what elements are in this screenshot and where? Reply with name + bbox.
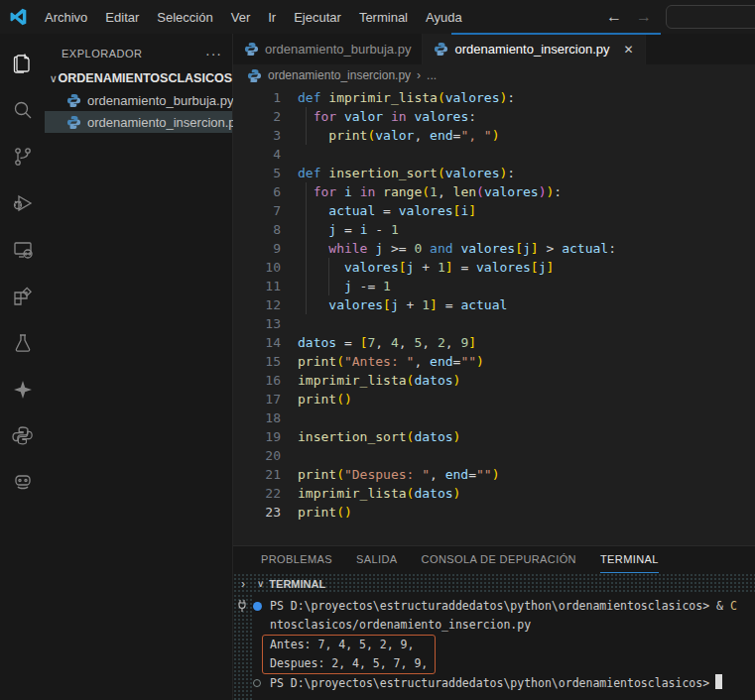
activitybar-testing-flask-button[interactable] xyxy=(0,319,45,366)
file-item[interactable]: ordenamiento_burbuja.py xyxy=(45,89,232,111)
editor-tab[interactable]: ordenamiento_insercion.py✕ xyxy=(423,34,645,64)
line-number: 18 xyxy=(233,408,281,427)
menu-ejecutar[interactable]: Ejecutar xyxy=(285,6,350,29)
panel-tab-problemas[interactable]: PROBLEMAS xyxy=(261,546,332,573)
code-line[interactable]: 19insertion_sort(datos) xyxy=(233,427,755,446)
activitybar-run-debug-button[interactable] xyxy=(0,179,45,226)
code-line[interactable]: 8 j = i - 1 xyxy=(233,220,755,239)
line-content: imprimir_lista(datos) xyxy=(298,371,460,390)
indent-guide xyxy=(306,107,307,126)
line-number: 6 xyxy=(233,182,281,201)
indent-guide xyxy=(306,182,307,201)
panel-tab-salida[interactable]: SALIDA xyxy=(356,546,398,573)
code-line[interactable]: 5def insertion_sort(valores): xyxy=(233,164,755,182)
code-line[interactable]: 11 j -= 1 xyxy=(233,277,755,295)
menu-selección[interactable]: Selección xyxy=(148,6,221,29)
code-line[interactable]: 15print("Antes: ", end="") xyxy=(233,352,755,371)
code-line[interactable]: 9 while j >= 0 and valores[j] > actual: xyxy=(233,239,755,258)
panel-collapse-chevron-icon[interactable]: › xyxy=(241,577,245,591)
line-content: print() xyxy=(298,390,352,408)
close-tab-icon[interactable]: ✕ xyxy=(624,43,634,57)
line-content: valores[j + 1] = actual xyxy=(298,295,507,314)
code-line[interactable]: 16imprimir_lista(datos) xyxy=(233,371,755,390)
breadcrumb-symbol[interactable]: ... xyxy=(427,68,437,82)
indent-guide xyxy=(306,126,307,145)
terminal-output[interactable]: PS D:\proyectos\estructuraddedatos\pytho… xyxy=(270,594,755,693)
menu-terminal[interactable]: Terminal xyxy=(350,6,417,29)
progress-line xyxy=(451,33,661,35)
terminal-section-header[interactable]: › ∨ TERMINAL xyxy=(233,573,755,594)
code-line[interactable]: 14datos = [7, 4, 5, 2, 9] xyxy=(233,333,755,352)
line-number: 5 xyxy=(233,164,281,182)
code-line[interactable]: 1def imprimir_lista(valores): xyxy=(233,88,755,107)
code-line[interactable]: 18 xyxy=(233,408,755,427)
line-number: 7 xyxy=(233,201,281,220)
code-line[interactable]: 4 xyxy=(233,145,755,164)
nav-back-icon[interactable]: ← xyxy=(606,8,622,26)
breadcrumb-file[interactable]: ordenamiento_insercion.py xyxy=(268,68,411,82)
bottom-panel: PROBLEMASSALIDACONSOLA DE DEPURACIÓNTERM… xyxy=(233,545,755,700)
menu-ver[interactable]: Ver xyxy=(222,6,260,29)
code-line[interactable]: 7 actual = valores[i] xyxy=(233,201,755,220)
indent-guide xyxy=(306,201,307,220)
indent-guide xyxy=(328,277,329,295)
menu-archivo[interactable]: Archivo xyxy=(36,6,96,29)
code-line[interactable]: 22imprimir_lista(datos) xyxy=(233,484,755,503)
line-number: 15 xyxy=(233,352,281,371)
code-line[interactable]: 21print("Despues: ", end="") xyxy=(233,465,755,484)
breadcrumb[interactable]: ordenamiento_insercion.py › ... xyxy=(233,64,755,86)
command-prompt-circle-icon xyxy=(253,679,261,687)
activitybar-files-button[interactable] xyxy=(0,40,45,86)
run-debug-icon xyxy=(11,191,35,215)
code-line[interactable]: 10 valores[j + 1] = valores[j] xyxy=(233,258,755,277)
menu-ir[interactable]: Ir xyxy=(259,6,285,29)
terminal-chevron-down-icon[interactable]: ∨ xyxy=(257,578,264,589)
line-content: print() xyxy=(298,503,352,522)
editor-tab[interactable]: ordenamiento_burbuja.py xyxy=(233,34,423,64)
indent-guide xyxy=(306,295,307,314)
explorer-more-actions-icon[interactable]: ··· xyxy=(205,46,222,61)
sparkle-icon xyxy=(11,378,35,402)
line-content: j -= 1 xyxy=(298,277,391,295)
command-center-searchbox[interactable] xyxy=(666,5,755,29)
folder-row-ordenamientosclasicos[interactable]: ∨ ORDENAMIENTOSCLASICOS xyxy=(45,67,232,89)
code-line[interactable]: 23print() xyxy=(233,503,755,522)
activitybar-extensions-button[interactable] xyxy=(0,273,45,319)
activitybar-search-button[interactable] xyxy=(0,86,45,133)
activitybar-remote-explorer-button[interactable] xyxy=(0,226,45,273)
code-line[interactable]: 12 valores[j + 1] = actual xyxy=(233,295,755,314)
line-number: 23 xyxy=(233,503,281,522)
folder-label: ORDENAMIENTOSCLASICOS xyxy=(59,71,232,85)
files-icon xyxy=(11,52,35,75)
code-line[interactable]: 3 print(valor, end=", ") xyxy=(233,126,755,145)
terminal-line: Despues: 2, 4, 5, 7, 9, xyxy=(270,654,428,673)
titlebar: ArchivoEditarSelecciónVerIrEjecutarTermi… xyxy=(0,0,755,34)
line-number: 3 xyxy=(233,126,281,145)
indent-guide xyxy=(306,239,307,258)
panel-tab-consola-de-depuración[interactable]: CONSOLA DE DEPURACIÓN xyxy=(422,546,576,573)
code-line[interactable]: 2 for valor in valores: xyxy=(233,107,755,126)
code-line[interactable]: 17print() xyxy=(233,390,755,408)
tab-label: ordenamiento_insercion.py xyxy=(454,42,609,57)
menu-editar[interactable]: Editar xyxy=(96,6,148,29)
terminal-view[interactable]: PS D:\proyectos\estructuraddedatos\pytho… xyxy=(233,594,755,700)
file-list: ordenamiento_burbuja.pyordenamiento_inse… xyxy=(45,89,232,133)
code-line[interactable]: 13 xyxy=(233,314,755,333)
code-line[interactable]: 6 for i in range(1, len(valores)): xyxy=(233,182,755,201)
terminal-section-label: TERMINAL xyxy=(269,578,325,590)
nav-forward-icon[interactable]: → xyxy=(636,8,652,26)
code-line[interactable]: 20 xyxy=(233,446,755,465)
line-content: insertion_sort(datos) xyxy=(298,427,460,446)
explorer-sidebar: EXPLORADOR ··· ∨ ORDENAMIENTOSCLASICOS o… xyxy=(45,34,233,700)
activitybar-source-control-button[interactable] xyxy=(0,133,45,179)
vscode-window: ArchivoEditarSelecciónVerIrEjecutarTermi… xyxy=(0,0,755,700)
activitybar-sparkle-button[interactable] xyxy=(0,366,45,412)
panel-tab-terminal[interactable]: TERMINAL xyxy=(600,546,659,573)
menu-ayuda[interactable]: Ayuda xyxy=(417,6,471,29)
activitybar-python-button[interactable] xyxy=(0,412,45,459)
code-editor[interactable]: 1def imprimir_lista(valores):2 for valor… xyxy=(233,86,755,545)
python-icon xyxy=(11,424,35,448)
activitybar-copilot-button[interactable] xyxy=(0,459,45,506)
file-item[interactable]: ordenamiento_insercion.py xyxy=(45,111,232,133)
terminal-line: Antes: 7, 4, 5, 2, 9, xyxy=(270,636,428,654)
